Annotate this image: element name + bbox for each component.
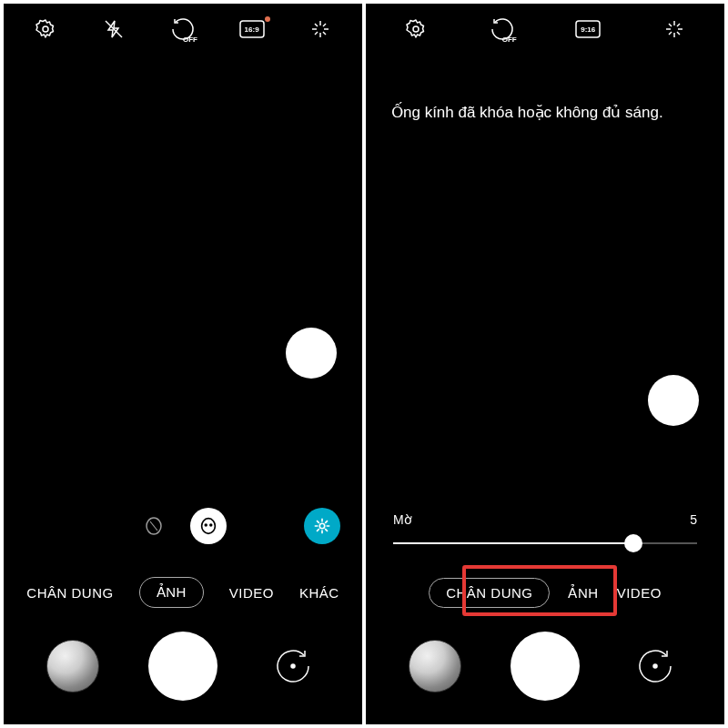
svg-line-7 — [315, 24, 318, 26]
slider-track[interactable] — [393, 534, 697, 552]
mode-portrait[interactable]: CHÂN DUNG — [429, 578, 550, 608]
aspect-ratio-icon[interactable]: 16:9 — [239, 16, 265, 42]
beautify-icon[interactable] — [662, 16, 687, 42]
timer-off-icon[interactable]: OFF — [170, 16, 196, 42]
timer-off-icon[interactable]: OFF — [490, 16, 515, 42]
svg-point-13 — [319, 523, 325, 529]
settings-icon[interactable] — [33, 16, 58, 42]
mode-more[interactable]: KHÁC — [299, 585, 339, 601]
bottom-toolbar — [366, 624, 724, 724]
ratio-label: 9:16 — [581, 25, 595, 34]
svg-line-23 — [669, 32, 672, 35]
floating-shutter-button[interactable] — [648, 375, 699, 426]
mode-photo[interactable]: ẢNH — [568, 585, 598, 602]
filters-icon[interactable] — [304, 508, 340, 544]
floating-shutter-button[interactable] — [286, 328, 337, 379]
svg-line-21 — [669, 24, 672, 26]
mode-video[interactable]: VIDEO — [617, 585, 662, 601]
svg-point-25 — [653, 664, 657, 668]
mode-photo[interactable]: ẢNH — [139, 577, 204, 608]
switch-camera-icon[interactable] — [629, 640, 682, 693]
blur-slider: Mờ 5 — [366, 501, 724, 558]
svg-line-24 — [677, 24, 680, 26]
gallery-thumbnail[interactable] — [46, 640, 99, 693]
mode-video[interactable]: VIDEO — [229, 585, 274, 601]
beauty-off-icon[interactable] — [139, 511, 168, 541]
switch-camera-icon[interactable] — [267, 640, 319, 693]
slider-label-right: 5 — [690, 512, 697, 527]
settings-icon[interactable] — [403, 16, 429, 42]
camera-screen-portrait-mode: OFF 9:16 Ống kính đã khóa hoặc không đủ … — [366, 4, 724, 724]
svg-line-10 — [323, 24, 326, 26]
slider-thumb[interactable] — [624, 534, 642, 552]
bottom-toolbar — [4, 624, 362, 724]
gallery-thumbnail[interactable] — [409, 640, 461, 693]
flash-off-icon[interactable] — [101, 16, 126, 42]
svg-point-15 — [413, 26, 419, 32]
top-toolbar: OFF 16:9 — [4, 4, 362, 55]
ratio-label: 16:9 — [245, 25, 259, 34]
top-toolbar: OFF 9:16 — [366, 4, 724, 55]
mode-selector[interactable]: CHÂN DUNG ẢNH VIDEO KHÁC — [4, 555, 362, 624]
beauty-on-icon[interactable] — [190, 508, 227, 544]
shutter-button[interactable] — [148, 632, 217, 701]
svg-point-11 — [205, 524, 207, 526]
mode-selector[interactable]: CHÂN DUNG ẢNH VIDEO — [366, 558, 724, 624]
timer-label: OFF — [183, 35, 197, 44]
viewfinder[interactable] — [366, 125, 724, 501]
svg-line-8 — [323, 32, 326, 35]
svg-line-9 — [315, 32, 318, 35]
mode-portrait[interactable]: CHÂN DUNG — [26, 585, 113, 601]
slider-label-left: Mờ — [393, 512, 412, 527]
shutter-button[interactable] — [511, 632, 580, 701]
indicator-dot — [265, 16, 270, 22]
svg-line-22 — [677, 32, 680, 35]
aspect-ratio-icon[interactable]: 9:16 — [575, 16, 601, 42]
beauty-controls — [4, 497, 362, 555]
svg-point-12 — [210, 524, 212, 526]
beautify-icon[interactable] — [308, 16, 333, 42]
timer-label: OFF — [502, 35, 517, 44]
svg-point-14 — [291, 664, 295, 668]
warning-message: Ống kính đã khóa hoặc không đủ sáng. — [366, 100, 724, 125]
viewfinder[interactable] — [4, 55, 362, 497]
svg-point-0 — [43, 26, 48, 32]
camera-screen-photo-mode: OFF 16:9 CHÂN DUNG ẢNH VIDEO KHÁC — [4, 4, 362, 724]
